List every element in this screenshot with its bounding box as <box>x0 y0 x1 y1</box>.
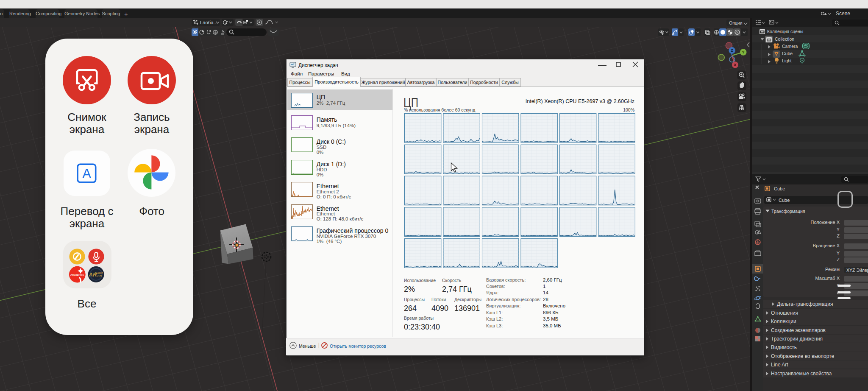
svg-text:Z: Z <box>731 48 733 53</box>
svg-text:Y: Y <box>742 50 745 54</box>
svg-text:AliExpress: AliExpress <box>70 273 84 276</box>
svg-text:X: X <box>734 62 737 67</box>
svg-text:A: A <box>82 166 91 181</box>
svg-text:Глоба...: Глоба... <box>200 20 217 25</box>
svg-text:GUN: GUN <box>97 274 102 277</box>
